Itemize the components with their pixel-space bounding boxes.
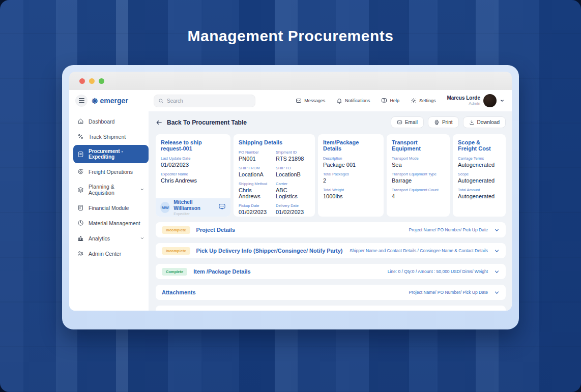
sidebar-item-admin-center[interactable]: Admin Center: [73, 247, 149, 260]
minimize-window-button[interactable]: [89, 78, 95, 84]
field-label: Shipment ID: [276, 150, 310, 155]
track-icon: [77, 133, 84, 140]
accordion-additional-information[interactable]: Additional Information Pick-Up & Deliver…: [156, 306, 506, 311]
sidebar-item-track-shipment[interactable]: Track Shipment: [73, 130, 149, 143]
field-label: Total Packages: [323, 172, 379, 176]
accordion-project-details[interactable]: Incomplete Project Details Project Name/…: [156, 222, 506, 237]
field-label: Transport Equipment Type: [392, 172, 445, 176]
field-value: 2: [323, 177, 379, 184]
sidebar-item-label: Admin Center: [89, 251, 121, 257]
field-value: Chris Andrews: [161, 177, 225, 184]
layers-icon: [77, 187, 84, 193]
finance-icon: [77, 204, 84, 211]
sidebar-item-label: Freight Operations: [89, 169, 133, 175]
chevron-down-icon[interactable]: [494, 311, 500, 311]
accordion-title: Attachments: [162, 289, 196, 295]
expediter-footer: MW Mitchell Williamson Expediter: [156, 198, 230, 217]
field-value: 01/02/2023: [239, 209, 273, 215]
gear-icon: [411, 98, 417, 104]
expediter-name: Mitchell Williamson: [173, 199, 215, 212]
download-icon: [469, 119, 475, 125]
user-name: Marcus Lorde: [447, 95, 480, 102]
accordion-pickup-delivery-info[interactable]: Incomplete Pick Up Delivery Info (Shippe…: [156, 243, 506, 258]
accordion-item-package-details[interactable]: Complete Item /Package Details Line: 0 /…: [156, 264, 506, 279]
user-menu[interactable]: Marcus Lorde Admin: [447, 94, 505, 107]
accordion-summary: Shipper Name and Contact Details / Consi…: [350, 248, 488, 253]
help-label: Help: [390, 98, 399, 103]
messages-label: Messages: [304, 98, 325, 103]
search-input[interactable]: [167, 98, 243, 104]
field-value: LocationB: [276, 171, 310, 177]
document-icon: [77, 151, 84, 158]
field-label: Transport Mode: [392, 156, 445, 161]
sidebar-item-label: Analytics: [89, 235, 110, 242]
chat-button[interactable]: [218, 203, 226, 213]
print-icon: [434, 119, 440, 125]
release-request-card: Release to ship request-001 Last Update …: [156, 134, 230, 217]
chevron-down-icon[interactable]: [494, 227, 500, 233]
item-package-details-card: Item/Package Details DescriptionPackage …: [318, 134, 384, 217]
message-icon: [296, 98, 302, 104]
app-window: ❋ emerger Messages: [62, 65, 519, 329]
shipping-details-card: Shipping Details PO NumberPN001 Shipment…: [234, 134, 315, 217]
status-badge: Complete: [162, 268, 187, 276]
messages-button[interactable]: Messages: [296, 98, 325, 104]
field-value: 01/02/2023: [161, 162, 225, 168]
back-to-procurement-table-link[interactable]: Back To Procurement Table: [156, 119, 247, 126]
sidebar-item-label: Procurement - Expediting: [89, 148, 144, 160]
analytics-icon: [77, 235, 84, 242]
accordion-title: Item /Package Details: [193, 268, 251, 275]
field-value: Autogenerated: [458, 193, 501, 199]
logo-flower-icon: ❋: [92, 97, 98, 105]
chevron-down-icon[interactable]: [494, 269, 500, 275]
chevron-down-icon[interactable]: [494, 248, 500, 254]
notifications-button[interactable]: Notifications: [336, 98, 370, 104]
menu-toggle-button[interactable]: [75, 95, 88, 107]
sidebar-item-financial-module[interactable]: Financial Module: [73, 201, 149, 215]
close-window-button[interactable]: [79, 78, 85, 84]
search-box[interactable]: [154, 95, 255, 107]
home-icon: [77, 118, 84, 125]
topbar: Messages Notifications Help Setting: [149, 94, 512, 107]
accordion-attachments[interactable]: Attachments Project Name/ PO Number/ Pic…: [156, 285, 506, 300]
sidebar-item-freight-operations[interactable]: Freight Operations: [73, 165, 149, 178]
sidebar-item-procurement-expediting[interactable]: Procurement - Expediting: [73, 145, 149, 163]
field-label: Total Amount: [458, 188, 501, 192]
email-button[interactable]: Email: [391, 116, 424, 128]
logo-text: emerger: [100, 97, 128, 105]
download-button[interactable]: Download: [463, 116, 506, 128]
status-badge: Incomplete: [162, 226, 190, 234]
field-value: 01/02/2023: [276, 209, 310, 215]
field-value: ABC Logistics: [276, 187, 310, 199]
bell-icon: [336, 98, 342, 104]
field-label: Pickup Date: [239, 203, 273, 208]
field-value: 4: [392, 193, 445, 199]
field-value: PN001: [239, 156, 273, 162]
settings-button[interactable]: Settings: [411, 98, 436, 104]
card-title: Item/Package Details: [323, 139, 379, 152]
maximize-window-button[interactable]: [99, 78, 104, 84]
accordion-title: Additional Information: [162, 310, 221, 311]
field-value: LocationA: [239, 171, 273, 177]
main-content: Back To Procurement Table Email Print: [149, 111, 512, 311]
accordion-summary: Line: 0 / Qty:0 / Amount : 50,000 USD/ D…: [388, 269, 488, 274]
help-button[interactable]: Help: [381, 98, 399, 104]
field-label: SHIP FROM: [239, 166, 273, 170]
field-value: Chris Andrews: [239, 187, 273, 199]
sidebar-item-dashboard[interactable]: Dashboard: [73, 114, 149, 128]
field-value: Autogenerated: [458, 177, 501, 184]
sidebar-item-analytics[interactable]: Analytics: [73, 231, 149, 245]
sidebar-item-label: Financial Module: [89, 205, 129, 211]
chevron-down-icon[interactable]: [494, 290, 500, 295]
card-title: Release to ship request-001: [161, 139, 225, 152]
sidebar-item-label: Dashboard: [89, 118, 114, 125]
sidebar-item-planning-acquisition[interactable]: Planning & Acquisition: [73, 180, 149, 199]
sidebar-item-material-management[interactable]: Material Management: [73, 216, 149, 230]
field-value: Barrage: [392, 177, 445, 184]
print-button[interactable]: Print: [428, 116, 459, 128]
email-icon: [397, 119, 402, 125]
user-role: Admin: [447, 101, 480, 106]
field-label: Expediter Name: [161, 172, 225, 176]
chevron-down-icon: [140, 235, 144, 242]
field-label: Carriage Terms: [458, 156, 501, 161]
